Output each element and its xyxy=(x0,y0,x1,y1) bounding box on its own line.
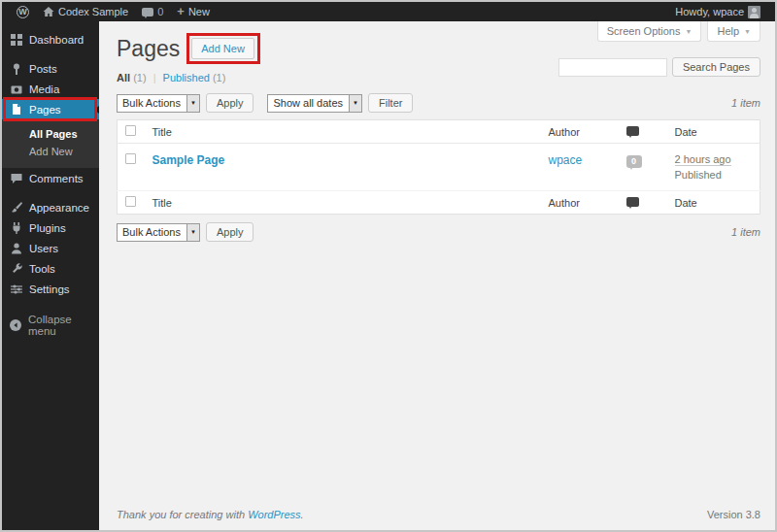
comments-column-icon xyxy=(626,126,639,136)
sidebar-label: Appearance xyxy=(29,202,89,214)
sidebar-item-posts[interactable]: Posts xyxy=(2,58,99,79)
tools-icon xyxy=(10,263,22,275)
footer-thanks: Thank you for creating with WordPress. xyxy=(117,509,304,520)
select-all-checkbox-bottom[interactable] xyxy=(125,196,136,207)
new-content-menu[interactable]: + New xyxy=(170,2,217,21)
thanks-period: . xyxy=(301,509,304,520)
filter-separator: | xyxy=(153,72,156,83)
pages-icon xyxy=(10,104,22,116)
search-pages-button[interactable]: Search Pages xyxy=(672,57,760,77)
item-count: 1 item xyxy=(731,97,760,109)
author-link[interactable]: wpace xyxy=(549,153,583,167)
filter-all-link[interactable]: All xyxy=(117,72,130,83)
add-new-button[interactable]: Add New xyxy=(191,38,254,59)
collapse-label: Collapse menu xyxy=(28,314,91,337)
sidebar-item-comments[interactable]: Comments xyxy=(2,168,99,188)
posts-icon xyxy=(10,63,22,75)
apply-button[interactable]: Apply xyxy=(206,93,254,113)
filter-published-count: (1) xyxy=(213,72,225,83)
help-button[interactable]: Help ▼ xyxy=(707,21,760,42)
submenu-add-new[interactable]: Add New xyxy=(2,143,99,160)
screen-options-label: Screen Options xyxy=(607,25,681,37)
comments-column-icon xyxy=(626,197,639,207)
site-menu[interactable]: Codex Sample xyxy=(36,2,135,21)
sidebar-item-dashboard[interactable]: Dashboard xyxy=(2,29,99,50)
pages-submenu: All Pages Add New xyxy=(2,119,99,168)
wordpress-link[interactable]: WordPress xyxy=(248,509,300,520)
sidebar-label: Posts xyxy=(29,63,57,75)
column-comments-bottom[interactable] xyxy=(619,191,667,215)
site-name: Codex Sample xyxy=(58,6,128,17)
bulk-actions-value: Bulk Actions xyxy=(118,224,186,241)
main-content: Screen Options ▼ Help ▼ Pages Add New Al… xyxy=(99,21,775,530)
dashboard-icon xyxy=(10,34,22,46)
apply-button-bottom[interactable]: Apply xyxy=(206,222,254,242)
pages-table: Title Author Date Sample Page wpace 0 2 … xyxy=(117,119,760,215)
dates-filter-select[interactable]: Show all dates ▼ xyxy=(267,94,362,113)
dates-filter-value: Show all dates xyxy=(268,95,349,112)
collapse-icon xyxy=(10,319,21,331)
thanks-text: Thank you for creating with xyxy=(117,509,245,520)
sidebar-item-plugins[interactable]: Plugins xyxy=(2,217,99,238)
column-author: Author xyxy=(541,120,619,144)
status-label: Published xyxy=(675,169,753,181)
comment-count-bubble[interactable]: 0 xyxy=(626,155,642,168)
admin-bar: W Codex Sample 0 + New Howdy, wpace xyxy=(2,2,775,21)
bulk-actions-select-bottom[interactable]: Bulk Actions ▼ xyxy=(117,223,200,242)
wordpress-logo-icon: W xyxy=(17,6,29,18)
greeting-text: Howdy, wpace xyxy=(675,6,744,17)
date-relative: 2 hours ago xyxy=(675,153,731,166)
column-date-bottom[interactable]: Date xyxy=(667,191,760,215)
sidebar-item-tools[interactable]: Tools xyxy=(2,258,99,279)
column-comments[interactable] xyxy=(619,120,667,144)
screen-options-button[interactable]: Screen Options ▼ xyxy=(597,21,702,42)
sidebar-label: Media xyxy=(29,83,59,95)
column-author-bottom: Author xyxy=(541,191,619,215)
comments-icon xyxy=(10,173,22,184)
settings-icon xyxy=(10,283,22,295)
sidebar: Dashboard Posts Media Pages All Pages Ad… xyxy=(2,21,99,530)
sidebar-item-settings[interactable]: Settings xyxy=(2,279,99,299)
sidebar-label: Dashboard xyxy=(29,34,84,46)
screen-meta: Screen Options ▼ Help ▼ xyxy=(597,21,760,42)
search-input[interactable] xyxy=(558,58,667,77)
collapse-menu-button[interactable]: Collapse menu xyxy=(2,315,99,335)
page-link-sample-page[interactable]: Sample Page xyxy=(152,153,225,167)
bulk-actions-select[interactable]: Bulk Actions ▼ xyxy=(117,94,200,113)
dropdown-arrow-icon: ▼ xyxy=(186,95,199,112)
tablenav-top: Bulk Actions ▼ Apply Show all dates ▼ Fi… xyxy=(117,93,760,113)
bulk-actions-value: Bulk Actions xyxy=(118,95,186,112)
sidebar-item-pages[interactable]: Pages xyxy=(2,99,99,119)
media-icon xyxy=(10,83,22,95)
column-title-bottom[interactable]: Title xyxy=(145,191,541,215)
sidebar-label: Settings xyxy=(29,283,70,295)
sidebar-item-appearance[interactable]: Appearance xyxy=(2,197,99,217)
table-footer-row: Title Author Date xyxy=(118,191,760,215)
select-all-checkbox[interactable] xyxy=(125,125,136,136)
row-checkbox[interactable] xyxy=(125,153,136,164)
filter-button[interactable]: Filter xyxy=(368,93,413,113)
page-footer: Thank you for creating with WordPress. V… xyxy=(99,505,775,530)
appearance-icon xyxy=(10,202,22,214)
sidebar-label: Plugins xyxy=(29,222,66,234)
sidebar-item-media[interactable]: Media xyxy=(2,79,99,99)
dropdown-arrow-icon: ▼ xyxy=(349,95,361,112)
admin-bar-comment-count: 0 xyxy=(157,6,163,17)
page-title: Pages xyxy=(117,38,180,60)
account-menu[interactable]: Howdy, wpace xyxy=(668,2,767,21)
chevron-down-icon: ▼ xyxy=(744,28,751,35)
sidebar-label: Pages xyxy=(29,104,61,116)
submenu-all-pages[interactable]: All Pages xyxy=(2,125,99,143)
column-title[interactable]: Title xyxy=(145,120,541,144)
filter-published-link[interactable]: Published xyxy=(163,72,210,83)
avatar xyxy=(748,6,760,18)
sidebar-item-users[interactable]: Users xyxy=(2,238,99,258)
column-date[interactable]: Date xyxy=(667,120,760,144)
wordpress-logo-menu[interactable]: W xyxy=(10,2,36,21)
version-label: Version 3.8 xyxy=(707,509,760,520)
tablenav-bottom: Bulk Actions ▼ Apply 1 item xyxy=(117,222,760,242)
sidebar-separator xyxy=(2,50,99,58)
filter-all-count: (1) xyxy=(133,72,146,83)
admin-bar-comments[interactable]: 0 xyxy=(135,2,170,21)
sidebar-label: Users xyxy=(29,243,58,254)
